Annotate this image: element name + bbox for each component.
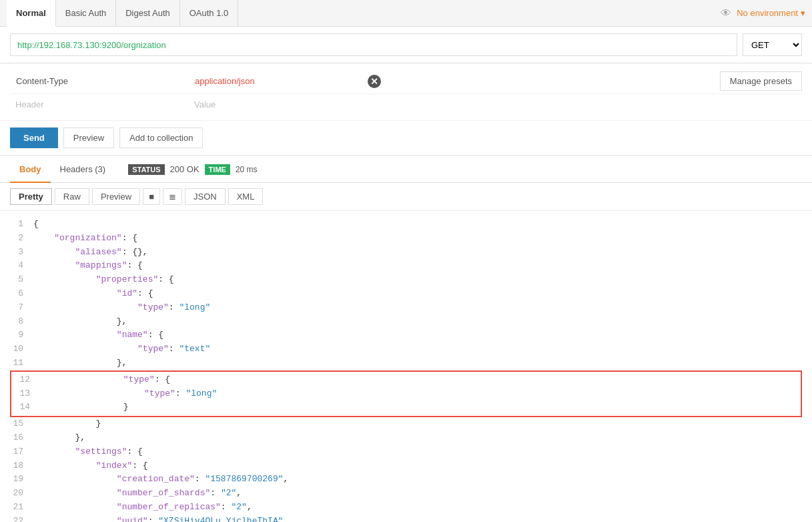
line-content: "aliases": {}, bbox=[33, 246, 802, 260]
line-number: 17 bbox=[10, 445, 33, 459]
line-content: "number_of_replicas": "2", bbox=[33, 501, 802, 515]
code-line: 11 }, bbox=[10, 356, 802, 370]
code-line: 20 "number_of_shards": "2", bbox=[10, 487, 802, 501]
status-badges: STATUS 200 OK TIME 20 ms bbox=[128, 164, 257, 175]
env-section: 👁 No environment ▾ bbox=[721, 7, 805, 19]
copy-icon-button[interactable]: ■ bbox=[143, 188, 160, 205]
highlight-block: 12 "type": {13 "type": "long"14 } bbox=[10, 370, 802, 417]
code-line: 7 "type": "long" bbox=[10, 301, 802, 315]
code-line: 2 "orgnization": { bbox=[10, 232, 802, 246]
line-number: 16 bbox=[10, 431, 33, 445]
code-line: 17 "settings": { bbox=[10, 445, 802, 459]
tab-digest-auth[interactable]: Digest Auth bbox=[116, 0, 180, 27]
format-raw-button[interactable]: Raw bbox=[55, 188, 89, 205]
code-line: 5 "properties": { bbox=[10, 273, 802, 287]
line-number: 2 bbox=[10, 232, 33, 246]
header-placeholder-row: Header Value bbox=[10, 94, 802, 115]
format-buttons: Pretty Raw Preview ■ ≣ JSON XML bbox=[0, 183, 812, 211]
line-content: "id": { bbox=[33, 287, 802, 301]
time-label: TIME bbox=[205, 164, 230, 175]
code-line: 16 }, bbox=[10, 431, 802, 445]
line-number: 4 bbox=[10, 259, 33, 273]
line-content: "type": { bbox=[40, 373, 795, 387]
line-number: 3 bbox=[10, 246, 33, 260]
line-number: 14 bbox=[17, 401, 40, 415]
line-number: 8 bbox=[10, 315, 33, 329]
tab-oauth[interactable]: OAuth 1.0 bbox=[180, 0, 239, 27]
tab-body[interactable]: Body bbox=[10, 156, 51, 183]
headers-section: Content-Type application/json ✕ Manage p… bbox=[0, 63, 812, 121]
code-line: 3 "aliases": {}, bbox=[10, 246, 802, 260]
header-placeholder-value: Value bbox=[189, 97, 221, 112]
line-content: "uuid": "XZSiHiv4QLu_YjclheThIA", bbox=[33, 515, 802, 522]
header-placeholder-key: Header bbox=[10, 97, 183, 112]
env-label: No environment bbox=[737, 8, 798, 18]
wrap-icon-button[interactable]: ≣ bbox=[163, 188, 182, 205]
header-key: Content-Type bbox=[10, 73, 183, 89]
time-value: 20 ms bbox=[236, 165, 258, 174]
type-json-button[interactable]: JSON bbox=[185, 188, 226, 205]
manage-presets-button[interactable]: Manage presets bbox=[720, 71, 802, 91]
chevron-down-icon: ▾ bbox=[801, 8, 805, 18]
line-content: "type": "long" bbox=[40, 387, 795, 401]
code-line: 10 "type": "text" bbox=[10, 342, 802, 356]
code-area: 1{2 "orgnization": {3 "aliases": {},4 "m… bbox=[0, 211, 812, 522]
line-content: "type": "long" bbox=[33, 301, 802, 315]
code-line: 19 "creation_date": "1587869700269", bbox=[10, 473, 802, 487]
url-bar: GET POST PUT DELETE PATCH bbox=[0, 27, 812, 63]
line-content: "settings": { bbox=[33, 445, 802, 459]
tab-normal[interactable]: Normal bbox=[7, 0, 56, 27]
line-number: 11 bbox=[10, 356, 33, 370]
line-content: "name": { bbox=[33, 328, 802, 342]
code-line: 1{ bbox=[10, 218, 802, 232]
line-number: 7 bbox=[10, 301, 33, 315]
line-content: }, bbox=[33, 431, 802, 445]
env-dropdown[interactable]: No environment ▾ bbox=[737, 8, 805, 18]
status-label: STATUS bbox=[128, 164, 164, 175]
line-number: 19 bbox=[10, 473, 33, 487]
type-xml-button[interactable]: XML bbox=[228, 188, 264, 205]
tab-basic-auth[interactable]: Basic Auth bbox=[56, 0, 116, 27]
header-value: application/json bbox=[189, 73, 362, 89]
preview-button[interactable]: Preview bbox=[63, 127, 114, 148]
add-collection-button[interactable]: Add to collection bbox=[119, 127, 203, 148]
line-content: "number_of_shards": "2", bbox=[33, 487, 802, 501]
header-clear-button[interactable]: ✕ bbox=[368, 75, 381, 88]
code-line: 4 "mappings": { bbox=[10, 259, 802, 273]
code-line: 18 "index": { bbox=[10, 459, 802, 473]
line-number: 12 bbox=[17, 373, 40, 387]
line-content: "index": { bbox=[33, 459, 802, 473]
method-select[interactable]: GET POST PUT DELETE PATCH bbox=[743, 33, 802, 56]
line-number: 9 bbox=[10, 328, 33, 342]
response-tabs: Body Headers (3) STATUS 200 OK TIME 20 m… bbox=[0, 156, 812, 183]
header-row: Content-Type application/json ✕ Manage p… bbox=[10, 69, 802, 94]
line-content: "creation_date": "1587869700269", bbox=[33, 473, 802, 487]
eye-icon[interactable]: 👁 bbox=[721, 7, 731, 19]
line-content: "mappings": { bbox=[33, 259, 802, 273]
tab-headers[interactable]: Headers (3) bbox=[51, 156, 115, 183]
action-buttons: Send Preview Add to collection bbox=[0, 121, 812, 156]
line-number: 6 bbox=[10, 287, 33, 301]
line-number: 21 bbox=[10, 501, 33, 515]
line-number: 22 bbox=[10, 515, 33, 522]
format-preview-button[interactable]: Preview bbox=[92, 188, 140, 205]
line-number: 5 bbox=[10, 273, 33, 287]
line-number: 20 bbox=[10, 487, 33, 501]
line-content: "type": "text" bbox=[33, 342, 802, 356]
send-button[interactable]: Send bbox=[10, 127, 58, 148]
code-line: 15 } bbox=[10, 417, 802, 431]
code-line: 8 }, bbox=[10, 315, 802, 329]
status-value: 200 OK bbox=[170, 164, 199, 174]
code-line: 21 "number_of_replicas": "2", bbox=[10, 501, 802, 515]
code-line: 22 "uuid": "XZSiHiv4QLu_YjclheThIA", bbox=[10, 515, 802, 522]
line-number: 13 bbox=[17, 387, 40, 401]
line-content: }, bbox=[33, 315, 802, 329]
line-number: 15 bbox=[10, 417, 33, 431]
line-content: }, bbox=[33, 356, 802, 370]
line-content: "orgnization": { bbox=[33, 232, 802, 246]
auth-tabs-bar: Normal Basic Auth Digest Auth OAuth 1.0 … bbox=[0, 0, 812, 27]
format-pretty-button[interactable]: Pretty bbox=[10, 188, 52, 205]
line-content: } bbox=[40, 401, 795, 415]
url-input[interactable] bbox=[10, 33, 737, 56]
line-number: 18 bbox=[10, 459, 33, 473]
